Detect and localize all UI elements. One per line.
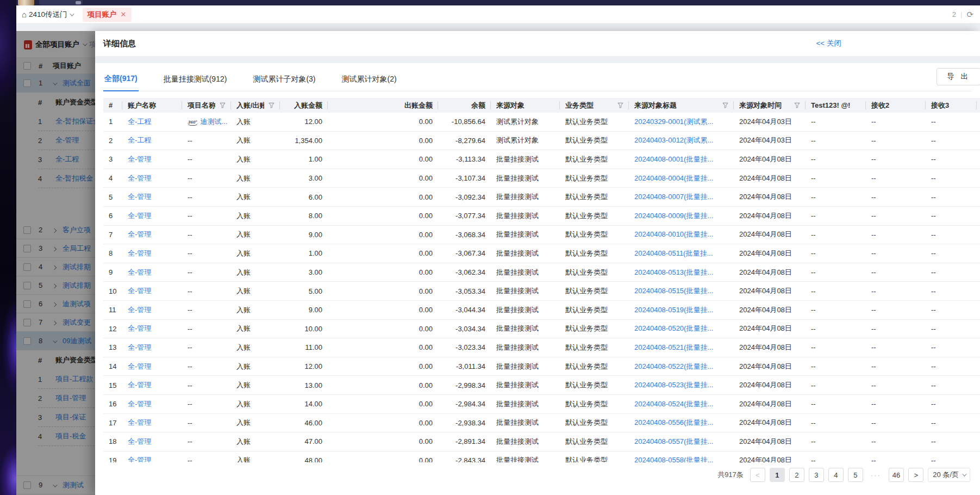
cell-link[interactable]: 全-管理	[128, 306, 151, 314]
cell-link[interactable]: 20240408-0558(批量挂...	[634, 456, 713, 462]
cell-link[interactable]: 全-管理	[128, 400, 151, 408]
column-header-label: 接收3	[931, 101, 949, 110]
cell-link[interactable]: 20240408-0004(批量挂...	[634, 174, 713, 182]
cell-1: 9	[103, 268, 122, 276]
page-button-2[interactable]: 2	[789, 468, 804, 482]
cell-link[interactable]: 20240408-0009(批量挂...	[634, 212, 713, 220]
cell-5: 47.00	[280, 437, 328, 445]
cell-link[interactable]: 20240408-0521(批量挂...	[634, 343, 713, 351]
cell-1: 6	[103, 212, 122, 220]
cell-4: 入账	[231, 154, 280, 164]
filter-funnel-icon[interactable]	[718, 102, 728, 108]
cell-link[interactable]: 20240408-0001(批量挂...	[634, 155, 713, 163]
cell-link[interactable]: 全-管理	[128, 230, 151, 238]
cell-text: 入账	[236, 306, 251, 314]
cell-link[interactable]: 全-管理	[128, 343, 151, 351]
cell-text: 0.00	[419, 212, 433, 220]
cell-link[interactable]: 全-工程	[128, 136, 151, 144]
cell-link[interactable]: 全-工程	[128, 117, 151, 126]
cell-5: 10.00	[280, 325, 328, 333]
cell-5: 12.00	[280, 362, 328, 370]
cell-link[interactable]: 全-管理	[128, 456, 151, 462]
cell-link[interactable]: 20240408-0520(批量挂...	[634, 324, 713, 332]
cell-link[interactable]: 全-管理	[128, 324, 151, 332]
page-button-1[interactable]: 1	[770, 468, 785, 482]
cell-text: 19	[109, 456, 116, 462]
cell-text: 0.00	[419, 325, 433, 333]
cell-link[interactable]: 全-管理	[128, 193, 151, 201]
filter-funnel-icon[interactable]	[790, 102, 800, 108]
cell-link[interactable]: 20240408-0007(批量挂...	[634, 193, 713, 201]
collapse-close-link[interactable]: << 关闭	[816, 39, 972, 48]
page-button-3[interactable]: 3	[809, 468, 824, 482]
cell-5: 1.00	[280, 249, 328, 257]
cell-link[interactable]: 20240403-0012(测试累...	[634, 136, 713, 144]
page-size-select[interactable]: 20 条/页	[928, 468, 970, 482]
cell-5: 6.00	[280, 193, 328, 201]
cell-link[interactable]: 全-管理	[128, 174, 151, 182]
cell-link[interactable]: 20240408-0513(批量挂...	[634, 268, 713, 276]
table-row: 6全-管理--入账8.000.00-3,077.34批量挂接测试默认业务类型20…	[103, 207, 980, 226]
column-header-label: 项目名称	[188, 101, 215, 110]
cell-12: --	[806, 231, 866, 239]
cell-14: --	[926, 117, 977, 126]
column-header-label: 来源对象标题	[634, 101, 677, 110]
home-tab[interactable]: ⌂ 2410传送门	[22, 10, 73, 20]
cell-link[interactable]: 全-管理	[128, 268, 151, 276]
cell-12: --	[806, 249, 866, 257]
cell-6: 0.00	[328, 400, 438, 408]
cell-text: 默认业务类型	[565, 437, 608, 445]
chevron-down-icon[interactable]	[70, 11, 74, 16]
cell-link[interactable]: 全-管理	[128, 249, 151, 257]
cell-link[interactable]: 全-管理	[128, 381, 151, 389]
cell-text: 默认业务类型	[565, 212, 608, 220]
cell-link[interactable]: 20240408-0557(批量挂...	[634, 437, 713, 445]
cell-text: 入账	[236, 381, 251, 389]
cell-link[interactable]: 全-管理	[128, 155, 151, 163]
refresh-icon[interactable]: ⟳	[966, 10, 973, 20]
cell-link[interactable]: 全-管理	[128, 212, 151, 220]
cell-8: 批量挂接测试	[491, 324, 560, 333]
cell-3: --	[182, 362, 231, 370]
cell-link[interactable]: 20240408-0519(批量挂...	[634, 306, 713, 314]
cell-text: --	[871, 362, 876, 370]
cell-link[interactable]: 20240408-0523(批量挂...	[634, 381, 713, 389]
cell-4: 入账	[231, 455, 280, 462]
cell-link[interactable]: 20240408-0010(批量挂...	[634, 230, 713, 238]
cell-link[interactable]: 迪测试...	[201, 117, 228, 126]
cell-link[interactable]: 20240408-0515(批量挂...	[634, 287, 713, 295]
cell-link[interactable]: 20240408-0511(批量挂...	[634, 249, 713, 257]
export-button[interactable]: 导 出	[937, 68, 980, 85]
cell-text: 8.00	[309, 212, 322, 220]
cell-link[interactable]: 全-管理	[128, 362, 151, 370]
cell-link[interactable]: 全-管理	[128, 287, 151, 295]
page-button-5[interactable]: 5	[848, 468, 863, 482]
filter-funnel-icon[interactable]	[613, 102, 623, 108]
cell-1: 10	[103, 287, 122, 295]
tab-project-account[interactable]: 项目账户 ✕	[83, 8, 132, 22]
modal-dim-overlay[interactable]	[16, 31, 95, 495]
address-bar[interactable]	[39, 0, 83, 5]
cell-text: 8	[109, 249, 113, 257]
cell-14: --	[926, 193, 977, 201]
cell-10: 20240408-0513(批量挂...	[629, 268, 734, 277]
cell-link[interactable]: 20240408-0524(批量挂...	[634, 400, 713, 408]
tab-4[interactable]: 测试累计对象(2)	[341, 71, 398, 91]
cell-link[interactable]: 20240329-0001(测试累...	[634, 117, 713, 126]
next-page-button[interactable]: >	[908, 468, 923, 482]
tab-1[interactable]: 全部(917)	[103, 71, 139, 91]
cell-11: 2024年04月08日	[734, 324, 806, 333]
page-button-46[interactable]: 46	[889, 468, 904, 482]
tab-2[interactable]: 批量挂接测试(912)	[163, 71, 228, 91]
cell-link[interactable]: 20240408-0556(批量挂...	[634, 418, 713, 426]
cell-link[interactable]: 20240408-0522(批量挂...	[634, 362, 713, 370]
cell-link[interactable]: 全-管理	[128, 418, 151, 426]
column-header-label: 入账/出账	[236, 101, 264, 110]
tab-3[interactable]: 测试累计子对象(3)	[252, 71, 316, 91]
page-button-4[interactable]: 4	[828, 468, 844, 482]
close-tab-icon[interactable]: ✕	[121, 10, 127, 18]
filter-funnel-icon[interactable]	[215, 102, 226, 108]
cell-link[interactable]: 全-管理	[128, 437, 151, 445]
avatar[interactable]	[18, 0, 34, 5]
filter-funnel-icon[interactable]	[264, 102, 274, 108]
